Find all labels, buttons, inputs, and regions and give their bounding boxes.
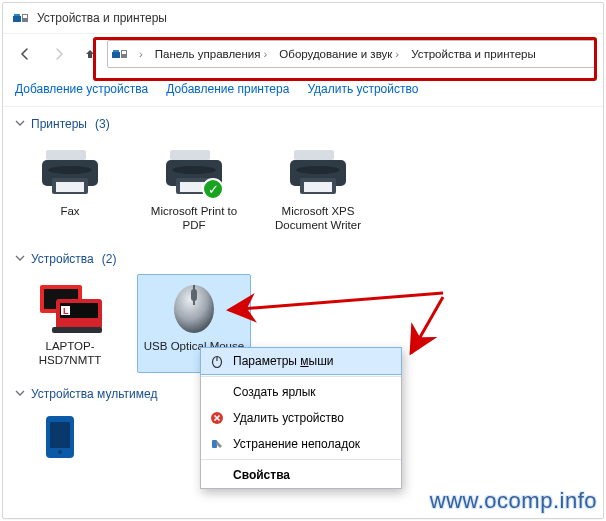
devices-printers-icon (112, 46, 128, 62)
svg-rect-5 (113, 50, 119, 52)
device-label: Microsoft XPS Document Writer (264, 204, 372, 233)
menu-separator (201, 459, 401, 460)
mouse-icon (162, 279, 226, 335)
svg-rect-22 (304, 182, 332, 192)
device-label: Microsoft Print to PDF (140, 204, 248, 233)
device-label: Fax (60, 204, 79, 218)
device-ms-xps-writer[interactable]: Microsoft XPS Document Writer (261, 139, 375, 238)
svg-point-20 (296, 166, 340, 174)
printer-items: Fax ✓ Microsoft Print to PDF (11, 135, 595, 242)
group-label: Устройства мультимед (31, 387, 157, 401)
svg-rect-0 (13, 16, 21, 22)
window-frame: Устройства и принтеры › Панель управ (2, 2, 604, 519)
group-header-devices[interactable]: Устройства (2) (11, 242, 595, 270)
svg-rect-27 (52, 327, 102, 333)
checkmark-badge-icon: ✓ (202, 178, 224, 200)
svg-text:L: L (63, 306, 69, 316)
svg-point-34 (58, 450, 62, 454)
wrench-icon (209, 436, 225, 452)
laptop-icon: L (38, 279, 102, 335)
svg-rect-8 (46, 150, 86, 160)
breadcrumb-label: Устройства и принтеры (411, 48, 536, 60)
svg-rect-12 (56, 182, 84, 192)
breadcrumb[interactable]: › Панель управления › Оборудование и зву… (107, 40, 595, 68)
menu-label: Параметры мыши (233, 354, 334, 368)
command-toolbar: Добавление устройства Добавление принтер… (3, 74, 603, 107)
breadcrumb-item[interactable]: › (130, 41, 149, 67)
mouse-icon (209, 353, 225, 369)
title-bar: Устройства и принтеры (3, 3, 603, 34)
context-menu: Параметры мыши Создать ярлык Удалить уст… (200, 347, 402, 489)
breadcrumb-item-hardware-sound[interactable]: Оборудование и звук › (273, 41, 405, 67)
device-label: LAPTOP-HSD7NMTT (16, 339, 124, 368)
svg-rect-1 (14, 14, 20, 16)
svg-rect-31 (191, 289, 197, 301)
group-header-printers[interactable]: Принтеры (3) (11, 107, 595, 135)
navigation-bar: › Панель управления › Оборудование и зву… (3, 34, 603, 74)
breadcrumb-label: Оборудование и звук (279, 48, 392, 60)
svg-rect-33 (50, 422, 70, 448)
printer-icon (38, 144, 102, 200)
add-printer-link[interactable]: Добавление принтера (166, 82, 289, 96)
menu-label: Свойства (233, 468, 290, 482)
svg-rect-13 (170, 150, 210, 160)
watermark: www.ocomp.info (430, 488, 597, 514)
menu-item-properties[interactable]: Свойства (201, 462, 401, 488)
menu-item-mouse-settings[interactable]: Параметры мыши (200, 347, 402, 375)
menu-item-remove-device[interactable]: Удалить устройство (201, 405, 401, 431)
svg-rect-4 (112, 52, 120, 58)
blank-icon (209, 467, 225, 483)
group-label: Принтеры (31, 117, 87, 131)
device-ms-print-pdf[interactable]: ✓ Microsoft Print to PDF (137, 139, 251, 238)
phone-icon (28, 414, 92, 458)
chevron-down-icon (15, 117, 25, 131)
back-button[interactable] (11, 41, 39, 67)
printer-icon: ✓ (162, 144, 226, 200)
breadcrumb-item-devices-printers[interactable]: Устройства и принтеры (405, 41, 542, 67)
devices-printers-icon (13, 10, 29, 26)
menu-item-create-shortcut[interactable]: Создать ярлык (201, 379, 401, 405)
svg-point-10 (48, 166, 92, 174)
breadcrumb-label: Панель управления (155, 48, 261, 60)
device-laptop[interactable]: L LAPTOP-HSD7NMTT (13, 274, 127, 373)
menu-label: Удалить устройство (233, 411, 344, 425)
svg-point-15 (172, 166, 216, 174)
forward-button (45, 41, 73, 67)
window-title: Устройства и принтеры (37, 11, 167, 25)
chevron-down-icon (15, 387, 25, 401)
group-count: (3) (95, 117, 110, 131)
device-fax[interactable]: Fax (13, 139, 127, 238)
delete-icon (209, 410, 225, 426)
menu-label: Устранение неполадок (233, 437, 360, 451)
device-multimedia[interactable] (17, 409, 103, 463)
group-label: Устройства (31, 252, 94, 266)
menu-item-troubleshoot[interactable]: Устранение неполадок (201, 431, 401, 457)
printer-icon (286, 144, 350, 200)
blank-icon (209, 384, 225, 400)
svg-rect-18 (294, 150, 334, 160)
chevron-down-icon (15, 252, 25, 266)
svg-rect-3 (23, 15, 27, 18)
menu-label: Создать ярлык (233, 385, 316, 399)
group-count: (2) (102, 252, 117, 266)
remove-device-link[interactable]: Удалить устройство (307, 82, 418, 96)
up-button[interactable] (79, 41, 101, 67)
breadcrumb-item-control-panel[interactable]: Панель управления › (149, 41, 274, 67)
menu-separator (201, 376, 401, 377)
add-device-link[interactable]: Добавление устройства (15, 82, 148, 96)
svg-rect-7 (122, 51, 126, 54)
